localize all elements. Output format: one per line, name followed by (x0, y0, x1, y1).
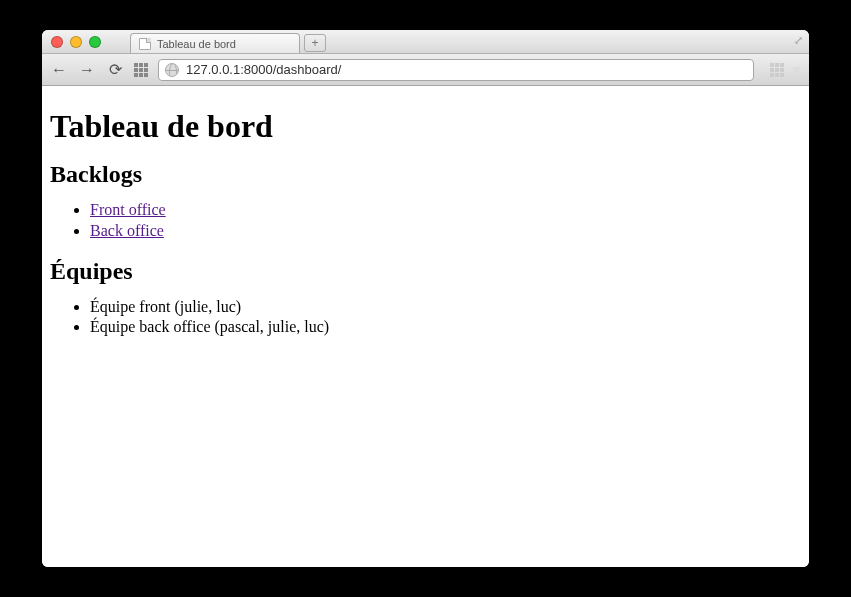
toolbar: ← → ⟳ 127.0.0.1:8000/dashboard/ ♥ (42, 54, 809, 86)
minimize-icon[interactable] (70, 36, 82, 48)
zoom-icon[interactable] (89, 36, 101, 48)
titlebar: Tableau de bord + ⤢ (42, 30, 809, 54)
tab-title: Tableau de bord (157, 38, 236, 50)
close-icon[interactable] (51, 36, 63, 48)
page-title: Tableau de bord (50, 108, 801, 145)
list-item: Front office (90, 200, 801, 221)
backlogs-heading: Backlogs (50, 161, 801, 188)
new-tab-button[interactable]: + (304, 34, 326, 52)
forward-button[interactable]: → (78, 61, 96, 79)
url-text: 127.0.0.1:8000/dashboard/ (186, 62, 341, 77)
browser-tab[interactable]: Tableau de bord (130, 33, 300, 53)
backlog-link[interactable]: Back office (90, 222, 164, 239)
window-controls (51, 36, 101, 48)
fullscreen-icon[interactable]: ⤢ (794, 34, 803, 47)
apps-icon[interactable] (134, 63, 148, 77)
favorite-icon[interactable]: ♥ (792, 61, 801, 78)
backlogs-list: Front office Back office (50, 200, 801, 242)
grid-icon[interactable] (770, 63, 784, 77)
reload-button[interactable]: ⟳ (106, 60, 124, 79)
back-button[interactable]: ← (50, 61, 68, 79)
list-item: Équipe back office (pascal, julie, luc) (90, 317, 801, 338)
teams-list: Équipe front (julie, luc) Équipe back of… (50, 297, 801, 339)
address-bar[interactable]: 127.0.0.1:8000/dashboard/ (158, 59, 754, 81)
tab-strip: Tableau de bord + (130, 30, 326, 53)
list-item: Équipe front (julie, luc) (90, 297, 801, 318)
page-icon (139, 38, 151, 50)
teams-heading: Équipes (50, 258, 801, 285)
backlog-link[interactable]: Front office (90, 201, 166, 218)
toolbar-right: ♥ (770, 61, 801, 78)
browser-window: Tableau de bord + ⤢ ← → ⟳ 127.0.0.1:8000… (42, 30, 809, 567)
globe-icon (165, 63, 179, 77)
list-item: Back office (90, 221, 801, 242)
page-content: Tableau de bord Backlogs Front office Ba… (42, 86, 809, 567)
